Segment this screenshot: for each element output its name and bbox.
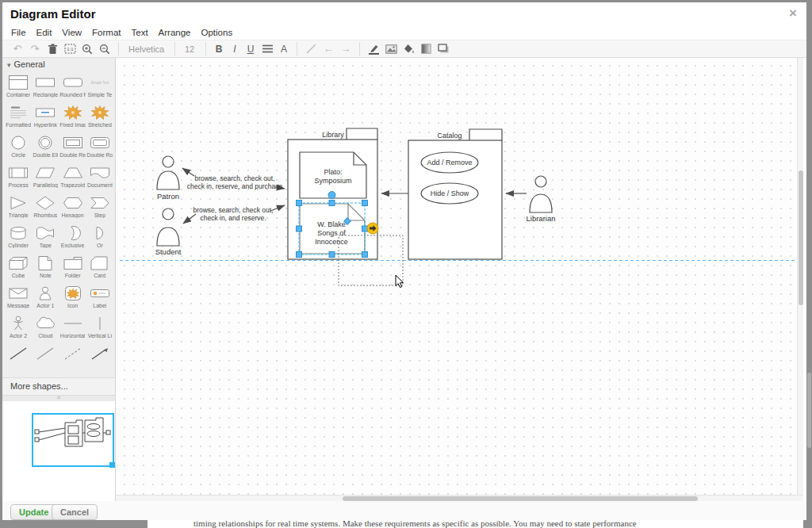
shape-triangle[interactable]: Triangle (5, 193, 32, 223)
redo-icon[interactable]: ↷ (26, 42, 44, 56)
usecase-hide-show-label: Hide / Show (431, 189, 469, 197)
align-icon[interactable] (259, 42, 276, 56)
librarian-actor[interactable]: Librarian (527, 176, 556, 223)
shape-message[interactable]: Message (5, 283, 32, 313)
shape-cylinder[interactable]: Cylinder (5, 223, 32, 253)
shape-parallelog[interactable]: Parallelog (32, 163, 59, 193)
shape-note[interactable]: Note (32, 253, 59, 283)
note-wblake-selected[interactable]: W. Blake Songs of Innocence (300, 204, 365, 254)
shape-circle[interactable]: Circle (5, 132, 32, 163)
shape-hyperlink[interactable]: Hyperlink (32, 102, 59, 132)
edge-label-to-student[interactable] (183, 214, 196, 224)
shape-vertical-li[interactable]: Vertical Li (86, 313, 113, 343)
update-button[interactable]: Update (10, 504, 57, 520)
menu-text[interactable]: Text (132, 28, 148, 37)
rotation-handle[interactable] (328, 192, 335, 199)
shape-container[interactable]: Container (5, 72, 32, 102)
shape-or[interactable]: Or (86, 223, 113, 253)
cancel-button[interactable]: Cancel (52, 504, 98, 520)
usecase-add-remove[interactable]: Add / Remove (421, 152, 478, 173)
shape-trapezoid[interactable]: Trapezoid (59, 163, 86, 193)
zoom-out-icon[interactable] (96, 42, 113, 56)
shape-stretched[interactable]: Stretched (86, 102, 113, 132)
connect-arrow-hint-icon[interactable] (367, 223, 378, 234)
shape-label[interactable]: Label (86, 283, 113, 313)
font-family-dropdown[interactable]: Helvetica (124, 44, 170, 54)
menu-format[interactable]: Format (92, 28, 121, 37)
menu-file[interactable]: File (11, 28, 26, 37)
shape-folder[interactable]: Folder (59, 253, 86, 283)
vertical-scrollbar-thumb[interactable] (799, 170, 803, 305)
shape-rhombus[interactable]: Rhombus (32, 193, 59, 223)
outline-viewport[interactable] (32, 413, 114, 467)
diagram-editor-dialog: Diagram Editor × File Edit View Format T… (2, 2, 806, 520)
font-size-dropdown[interactable]: 12 (180, 44, 201, 54)
shape-double-re[interactable]: Double Re (59, 132, 86, 163)
section-general[interactable]: ▾General (2, 58, 115, 71)
menu-edit[interactable]: Edit (36, 28, 52, 37)
shape-horizontal[interactable]: Horizontal (59, 313, 86, 343)
shape-rectangle[interactable]: Rectangle (32, 72, 59, 102)
trash-icon[interactable] (44, 42, 61, 56)
shape-label: Label (93, 303, 106, 308)
shape-formatted[interactable]: Formatted (5, 102, 32, 132)
outline-viewport-resize-handle[interactable] (109, 462, 115, 468)
shape-actor-1[interactable]: Actor 1 (32, 283, 59, 313)
shape-rounded-r[interactable]: Rounded R (59, 72, 86, 102)
zoom-in-icon[interactable] (79, 42, 96, 56)
shape-cube[interactable]: Cube (5, 253, 32, 283)
student-edge-label-line1[interactable]: browse, search, check out, (193, 206, 273, 214)
font-color-button[interactable]: A (276, 44, 292, 55)
shape-icon[interactable]: Icon (59, 283, 86, 313)
outline-panel (2, 401, 115, 501)
shape-hexagon[interactable]: Hexagon (59, 193, 86, 223)
shape-double-ro[interactable]: Double Ro (86, 132, 113, 163)
shape-document[interactable]: Document (86, 163, 113, 193)
fit-page-icon[interactable]: 1:1 (61, 42, 79, 56)
shadow-icon[interactable] (435, 42, 452, 56)
menu-options[interactable]: Options (201, 28, 233, 37)
patron-edge-label-line1[interactable]: browse, search, check out, (194, 174, 274, 182)
shape-dline3[interactable] (59, 343, 86, 373)
student-edge-label-line2[interactable]: check in, and reserve. (200, 214, 266, 222)
menu-arrange[interactable]: Arrange (159, 28, 191, 37)
line-icon[interactable] (302, 42, 320, 56)
shape-fixed-imag[interactable]: Fixed Imag (59, 102, 86, 132)
line-color-icon[interactable] (365, 42, 382, 56)
fill-color-icon[interactable] (400, 42, 417, 56)
menu-view[interactable]: View (62, 28, 82, 37)
shape-exclusive[interactable]: Exclusive (59, 223, 86, 253)
arrow-right-icon[interactable]: → (337, 42, 354, 56)
more-shapes-button[interactable]: More shapes... (2, 377, 115, 395)
shape-process[interactable]: Process (5, 163, 32, 193)
gradient-icon[interactable] (417, 42, 435, 56)
shape-simple-te[interactable]: Simple Te (86, 72, 113, 102)
shape-step[interactable]: Step (86, 193, 113, 223)
note-plato-line2: Symposium (314, 177, 351, 185)
arrow-left-icon[interactable]: ← (320, 42, 337, 56)
canvas-horizontal-scrollbar[interactable] (116, 495, 803, 501)
image-icon[interactable] (382, 42, 400, 56)
patron-actor[interactable]: Patron (157, 156, 179, 201)
underline-button[interactable]: U (243, 44, 259, 55)
italic-button[interactable]: I (227, 44, 243, 55)
shape-double-ell[interactable]: Double Ell (32, 132, 59, 163)
browser-scrollbar-thumb[interactable] (807, 373, 811, 448)
canvas-vertical-scrollbar[interactable] (797, 58, 803, 495)
shape-cloud[interactable]: Cloud (32, 313, 59, 343)
shape-tape[interactable]: Tape (32, 223, 59, 253)
shape-dline4[interactable] (86, 343, 113, 373)
edge-label-to-patron[interactable] (182, 168, 194, 176)
usecase-hide-show[interactable]: Hide / Show (421, 183, 478, 204)
close-icon[interactable]: × (789, 6, 797, 21)
shape-dline2[interactable] (32, 343, 59, 373)
shape-dline1[interactable] (5, 343, 32, 373)
bold-button[interactable]: B (211, 44, 227, 55)
patron-edge-label-line2[interactable]: check in, reserve, and purchase (187, 182, 283, 190)
shape-actor-2[interactable]: Actor 2 (5, 313, 32, 343)
shape-card[interactable]: Card (86, 253, 113, 283)
diagram-canvas[interactable]: browse, search, check out, check in, res… (116, 58, 803, 495)
student-actor[interactable]: Student (155, 209, 182, 256)
outline-resize-handle[interactable]: = (2, 395, 115, 401)
undo-icon[interactable]: ↶ (9, 42, 26, 56)
